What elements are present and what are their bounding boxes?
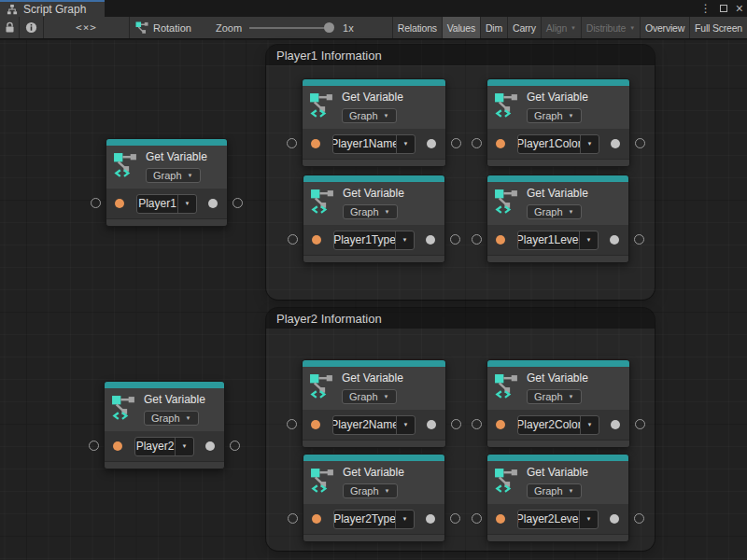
- node-player2level[interactable]: Get Variable Graph ▼ Player2Level ▼: [486, 454, 629, 542]
- toolbar-button-full-screen[interactable]: Full Screen: [689, 17, 747, 38]
- graph-kind-dropdown[interactable]: Graph ▼: [527, 483, 582, 498]
- variable-dropdown[interactable]: Player1Level ▼: [517, 231, 599, 250]
- node-accent-bar: [487, 360, 629, 367]
- input-port[interactable]: [496, 139, 505, 148]
- toolbar-button-carry[interactable]: Carry: [507, 17, 541, 38]
- output-port[interactable]: [427, 420, 436, 429]
- right-edge-port[interactable]: [634, 513, 644, 524]
- input-port[interactable]: [311, 139, 320, 148]
- zoom-slider-knob[interactable]: [324, 22, 334, 33]
- maximize-icon[interactable]: [720, 5, 727, 12]
- left-edge-port[interactable]: [288, 513, 298, 524]
- graph-kind-dropdown[interactable]: Graph ▼: [342, 389, 397, 404]
- output-port[interactable]: [427, 139, 436, 148]
- toolbar-button-dim[interactable]: Dim: [480, 17, 507, 38]
- tab-script-graph[interactable]: Script Graph: [0, 0, 105, 17]
- input-port[interactable]: [115, 199, 124, 208]
- code-preview-button[interactable]: <×>: [44, 17, 130, 38]
- right-edge-port[interactable]: [450, 513, 460, 524]
- output-port[interactable]: [611, 139, 620, 148]
- input-port[interactable]: [496, 514, 505, 524]
- right-edge-port[interactable]: [634, 234, 644, 245]
- output-port[interactable]: [611, 420, 620, 429]
- variable-dropdown[interactable]: Player2Type ▼: [333, 510, 415, 529]
- right-edge-port[interactable]: [635, 419, 645, 429]
- left-edge-port[interactable]: [472, 419, 482, 429]
- node-player2name[interactable]: Get Variable Graph ▼ Player2Name ▼: [302, 359, 446, 448]
- left-edge-port[interactable]: [472, 234, 482, 245]
- group-header[interactable]: Player1 Information: [266, 45, 655, 65]
- graph-kind-dropdown[interactable]: Graph ▼: [527, 204, 582, 219]
- node-player1level[interactable]: Get Variable Graph ▼ Player1Level ▼: [486, 175, 629, 263]
- output-port[interactable]: [208, 199, 218, 208]
- graph-kind-dropdown[interactable]: Graph ▼: [144, 411, 199, 426]
- kind-label: Graph: [534, 391, 563, 402]
- right-edge-port[interactable]: [450, 234, 460, 245]
- left-edge-port[interactable]: [472, 138, 482, 148]
- variable-dropdown[interactable]: Player2Name ▼: [332, 415, 416, 435]
- output-port[interactable]: [426, 514, 435, 524]
- toolbar-button-relations[interactable]: Relations: [392, 17, 442, 38]
- left-edge-port[interactable]: [287, 419, 297, 429]
- variable-dropdown[interactable]: Player1Name ▼: [332, 134, 416, 154]
- graph-kind-dropdown[interactable]: Graph ▼: [343, 204, 398, 219]
- graph-kind-dropdown[interactable]: Graph ▼: [146, 168, 201, 183]
- graph-kind-dropdown[interactable]: Graph ▼: [527, 108, 582, 123]
- graph-kind-dropdown[interactable]: Graph ▼: [343, 483, 398, 498]
- node-player2color[interactable]: Get Variable Graph ▼ Player2Color ▼: [486, 359, 630, 448]
- graph-canvas[interactable]: Player1 Information Player2 Information …: [0, 40, 747, 560]
- output-port[interactable]: [610, 514, 619, 524]
- kebab-menu-icon[interactable]: ⋮: [700, 3, 712, 14]
- variable-dropdown[interactable]: Player2Color ▼: [517, 415, 599, 435]
- left-edge-port[interactable]: [472, 513, 482, 524]
- input-port[interactable]: [113, 441, 122, 451]
- left-edge-port[interactable]: [287, 138, 297, 148]
- graph-toolbar: <×> Rotation Zoom 1x RelationsValuesDimC…: [0, 17, 747, 39]
- graph-kind-dropdown[interactable]: Graph ▼: [342, 108, 397, 123]
- toolbar-button-values[interactable]: Values: [442, 17, 480, 38]
- output-port[interactable]: [426, 235, 435, 245]
- info-button[interactable]: [20, 17, 44, 38]
- right-edge-port[interactable]: [230, 441, 240, 451]
- variable-dropdown[interactable]: Player2 ▼: [134, 437, 194, 456]
- toolbar-button-overview[interactable]: Overview: [640, 17, 689, 38]
- input-port[interactable]: [496, 420, 505, 429]
- toolbar-button-label: Align: [546, 22, 567, 34]
- input-port[interactable]: [311, 420, 320, 429]
- breadcrumb[interactable]: Rotation: [130, 17, 203, 38]
- left-edge-port[interactable]: [91, 198, 101, 208]
- close-icon[interactable]: ×: [736, 2, 743, 15]
- input-port[interactable]: [496, 235, 505, 245]
- right-edge-port[interactable]: [233, 198, 243, 208]
- left-edge-port[interactable]: [89, 441, 99, 451]
- variable-dropdown[interactable]: Player1Type ▼: [333, 231, 415, 250]
- graph-variable-icon: [494, 373, 519, 399]
- node-player2[interactable]: Get Variable Graph ▼ Player2 ▼: [104, 381, 225, 469]
- input-port[interactable]: [312, 514, 321, 524]
- node-player1color[interactable]: Get Variable Graph ▼ Player1Color ▼: [486, 78, 630, 167]
- input-port[interactable]: [312, 235, 321, 245]
- node-title: Get Variable: [343, 466, 404, 479]
- variable-dropdown[interactable]: Player1Color ▼: [517, 134, 599, 154]
- node-player1name[interactable]: Get Variable Graph ▼ Player1Name ▼: [302, 78, 446, 167]
- left-edge-port[interactable]: [288, 234, 298, 245]
- graph-kind-dropdown[interactable]: Graph ▼: [527, 389, 582, 404]
- zoom-slider[interactable]: [249, 27, 331, 29]
- variable-dropdown[interactable]: Player2Level ▼: [517, 510, 599, 529]
- output-port[interactable]: [610, 235, 619, 245]
- node-player1[interactable]: Get Variable Graph ▼ Player1 ▼: [106, 138, 228, 227]
- right-edge-port[interactable]: [451, 138, 461, 148]
- toolbar-button-distribute[interactable]: Distribute▼: [581, 17, 640, 38]
- node-header: Get Variable Graph ▼: [303, 86, 445, 129]
- lock-button[interactable]: [0, 17, 20, 38]
- right-edge-port[interactable]: [451, 419, 461, 429]
- variable-dropdown[interactable]: Player1 ▼: [136, 194, 197, 214]
- output-port[interactable]: [205, 441, 215, 451]
- zoom-value: 1x: [343, 22, 354, 34]
- graph-variable-icon: [111, 395, 136, 420]
- toolbar-button-align[interactable]: Align▼: [541, 17, 581, 38]
- node-player2type[interactable]: Get Variable Graph ▼ Player2Type ▼: [303, 454, 445, 542]
- right-edge-port[interactable]: [635, 138, 645, 148]
- node-player1type[interactable]: Get Variable Graph ▼ Player1Type ▼: [303, 175, 445, 263]
- group-header[interactable]: Player2 Information: [266, 308, 655, 329]
